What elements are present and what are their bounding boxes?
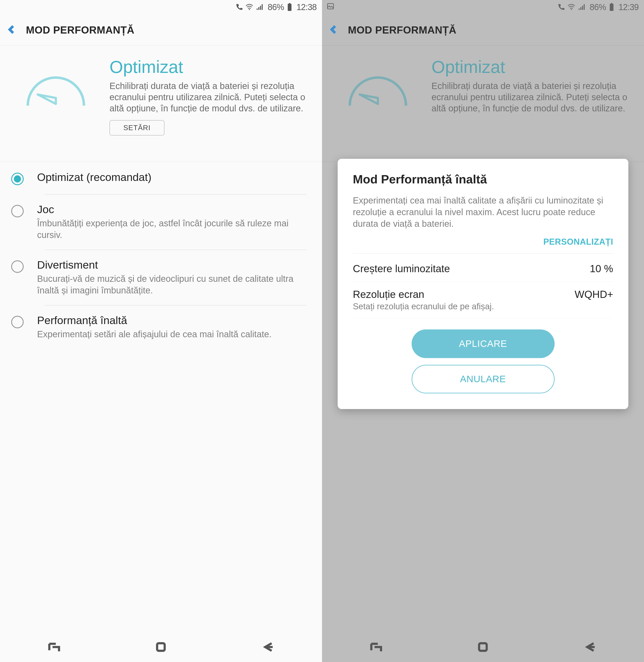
options-list: Optimizat (recomandat) Joc Îmbunătățiți … — [0, 162, 322, 349]
option-description: Îmbunătățiți experiența de joc, astfel î… — [37, 217, 306, 241]
hero-title: Optimizat — [110, 57, 308, 77]
wifi-icon — [245, 3, 253, 11]
resolution-row[interactable]: Rezoluție ecran WQHD+ Setați rezoluția e… — [353, 282, 613, 318]
row-value: 10 % — [590, 263, 613, 274]
svg-rect-1 — [288, 4, 292, 11]
back-button[interactable] — [7, 24, 17, 36]
back-button[interactable] — [329, 24, 339, 36]
radio-icon — [11, 316, 24, 328]
option-optimized[interactable]: Optimizat (recomandat) — [0, 162, 322, 194]
radio-icon — [11, 173, 24, 185]
svg-rect-6 — [610, 4, 614, 11]
settings-button[interactable]: SETĂRI — [110, 120, 164, 135]
svg-rect-2 — [289, 3, 291, 4]
screen-performance-mode-dialog: 86% 12:39 MOD PERFORMANȚĂ Optimizat Echi… — [322, 0, 644, 662]
battery-icon — [287, 3, 293, 12]
svg-rect-8 — [479, 643, 487, 651]
chevron-left-icon — [329, 24, 339, 35]
nav-bar — [322, 633, 644, 662]
gauge-icon — [336, 57, 420, 155]
high-performance-dialog: Mod Performanță înaltă Experimentați cea… — [338, 159, 628, 409]
radio-icon — [11, 205, 24, 217]
nav-back-button[interactable] — [262, 641, 275, 655]
status-icons — [557, 3, 586, 11]
gauge-icon — [14, 57, 98, 155]
phone-icon — [235, 3, 243, 11]
battery-percent: 86% — [268, 2, 284, 12]
home-button[interactable] — [155, 641, 167, 655]
svg-point-5 — [571, 9, 572, 10]
battery-percent: 86% — [590, 2, 606, 12]
hero-section: Optimizat Echilibrați durata de viață a … — [322, 46, 644, 162]
hero-description: Echilibrați durata de viață a bateriei ș… — [110, 80, 308, 114]
cancel-button[interactable]: ANULARE — [412, 365, 555, 393]
app-toolbar: MOD PERFORMANȚĂ — [322, 14, 644, 46]
nav-back-button[interactable] — [584, 641, 597, 655]
signal-icon — [578, 3, 586, 11]
battery-icon — [609, 3, 615, 12]
wifi-icon — [567, 3, 575, 11]
signal-icon — [256, 3, 264, 11]
option-title: Optimizat (recomandat) — [37, 171, 306, 183]
option-game[interactable]: Joc Îmbunătățiți experiența de joc, astf… — [0, 194, 322, 249]
option-description: Experimentați setări ale afișajului de c… — [37, 328, 306, 340]
option-title: Performanță înaltă — [37, 314, 306, 327]
row-subtext: Setați rezoluția ecranului de pe afișaj. — [353, 302, 613, 311]
nav-bar — [0, 633, 322, 662]
svg-rect-7 — [611, 3, 613, 4]
option-description: Bucurați-vă de muzică și de videoclipuri… — [37, 273, 306, 296]
hero-section: Optimizat Echilibrați durata de viață a … — [0, 46, 322, 162]
svg-point-0 — [249, 9, 250, 10]
customize-link[interactable]: PERSONALIZAȚI — [353, 235, 613, 253]
radio-icon — [11, 260, 24, 273]
svg-rect-3 — [157, 643, 165, 651]
recent-apps-button[interactable] — [47, 641, 60, 655]
option-entertainment[interactable]: Divertisment Bucurați-vă de muzică și de… — [0, 249, 322, 305]
dialog-description: Experimentați cea mai înaltă calitate a … — [353, 195, 613, 229]
hero-title: Optimizat — [432, 57, 630, 77]
status-bar: 86% 12:38 — [0, 0, 322, 14]
status-icons — [235, 3, 264, 11]
status-time: 12:38 — [297, 2, 317, 12]
page-title: MOD PERFORMANȚĂ — [26, 24, 134, 36]
apply-button[interactable]: APLICARE — [412, 329, 555, 358]
recent-apps-button[interactable] — [369, 641, 382, 655]
chevron-left-icon — [7, 24, 17, 35]
option-title: Joc — [37, 203, 306, 216]
page-title: MOD PERFORMANȚĂ — [348, 24, 456, 36]
brightness-row[interactable]: Creștere luminozitate 10 % — [353, 256, 613, 282]
row-label: Creștere luminozitate — [353, 263, 450, 274]
status-bar: 86% 12:39 — [322, 0, 644, 14]
phone-icon — [557, 3, 565, 11]
image-notification-icon — [326, 2, 335, 12]
option-high-performance[interactable]: Performanță înaltă Experimentați setări … — [0, 305, 322, 349]
hero-description: Echilibrați durata de viață a bateriei ș… — [432, 80, 630, 114]
option-title: Divertisment — [37, 259, 306, 271]
screen-performance-mode: 86% 12:38 MOD PERFORMANȚĂ Optimizat Echi… — [0, 0, 322, 662]
home-button[interactable] — [477, 641, 489, 655]
dialog-title: Mod Performanță înaltă — [353, 172, 613, 186]
row-label: Rezoluție ecran — [353, 288, 424, 300]
app-toolbar: MOD PERFORMANȚĂ — [0, 14, 322, 46]
row-value: WQHD+ — [575, 288, 613, 300]
status-time: 12:39 — [619, 2, 639, 12]
